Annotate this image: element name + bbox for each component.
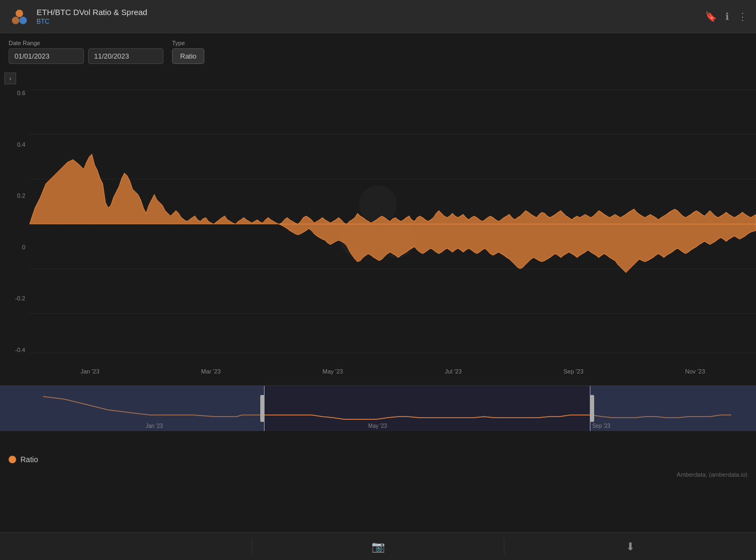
mini-x-sep: Sep '23	[592, 423, 610, 429]
x-label-mar: Mar '23	[201, 368, 220, 375]
mini-handle-right[interactable]	[590, 395, 594, 422]
chart-subtitle: BTC	[37, 18, 147, 25]
legend-label: Ratio	[20, 455, 38, 464]
app-header: ETH/BTC DVol Ratio & Spread BTC 🔖 ℹ ⋮	[0, 0, 756, 33]
x-label-may: May '23	[323, 368, 343, 375]
controls-bar: Date Range Type Ratio	[0, 33, 756, 68]
y-label-neg04: -0.4	[0, 347, 30, 353]
type-button[interactable]: Ratio	[172, 48, 204, 64]
svg-point-2	[19, 17, 27, 24]
mini-x-may: May '23	[368, 423, 387, 429]
start-date-input[interactable]	[9, 48, 84, 64]
end-date-input[interactable]	[88, 48, 163, 64]
main-chart: 0.6 0.4 0.2 0 -0.2 -0.4	[0, 84, 756, 358]
x-axis: Jan '23 Mar '23 May '23 Jul '23 Sep '23 …	[30, 368, 756, 375]
info-icon[interactable]: ℹ	[725, 11, 729, 23]
main-chart-container: 0.6 0.4 0.2 0 -0.2 -0.4	[0, 84, 756, 450]
svg-point-1	[12, 17, 19, 24]
footer-camera[interactable]: 📷	[252, 540, 504, 553]
mini-x-jan: Jan '23	[146, 423, 163, 429]
y-label-04: 0.4	[0, 141, 30, 148]
app-logo	[9, 6, 30, 27]
download-icon[interactable]: ⬇	[626, 540, 635, 553]
more-icon[interactable]: ⋮	[738, 11, 747, 23]
bookmark-icon[interactable]: 🔖	[705, 11, 717, 23]
header-title: ETH/BTC DVol Ratio & Spread BTC	[37, 8, 147, 25]
legend: Ratio	[0, 450, 756, 469]
y-label-neg02: -0.2	[0, 295, 30, 301]
attribution: Amberdata, (amberdata.io)	[0, 469, 756, 480]
y-label-06: 0.6	[0, 90, 30, 96]
main-chart-svg	[30, 84, 756, 358]
x-label-jan: Jan '23	[81, 368, 99, 375]
x-label-nov: Nov '23	[685, 368, 705, 375]
expand-button[interactable]: ›	[4, 73, 16, 84]
y-axis: 0.6 0.4 0.2 0 -0.2 -0.4	[0, 84, 30, 358]
header-right: 🔖 ℹ ⋮	[705, 11, 747, 23]
mini-chart[interactable]: Jan '23 May '23 Sep '23	[0, 385, 756, 431]
legend-dot	[9, 456, 16, 463]
date-range-group: Date Range	[9, 40, 163, 64]
chart-title: ETH/BTC DVol Ratio & Spread	[37, 8, 147, 17]
mini-x-axis: Jan '23 May '23 Sep '23	[0, 423, 756, 429]
footer-toolbar: 📷 ⬇	[0, 532, 756, 560]
date-range-label: Date Range	[9, 40, 163, 46]
x-label-jul: Jul '23	[445, 368, 461, 375]
svg-point-0	[16, 10, 23, 17]
y-label-02: 0.2	[0, 192, 30, 199]
y-label-0: 0	[0, 244, 30, 250]
x-label-sep: Sep '23	[564, 368, 583, 375]
footer-download[interactable]: ⬇	[504, 540, 756, 553]
header-left: ETH/BTC DVol Ratio & Spread BTC	[9, 6, 147, 27]
chart-svg-area	[30, 84, 756, 358]
type-label: Type	[172, 40, 204, 46]
camera-icon[interactable]: 📷	[372, 540, 385, 553]
type-group: Type Ratio	[172, 40, 204, 64]
mini-handle-left[interactable]	[260, 395, 265, 422]
